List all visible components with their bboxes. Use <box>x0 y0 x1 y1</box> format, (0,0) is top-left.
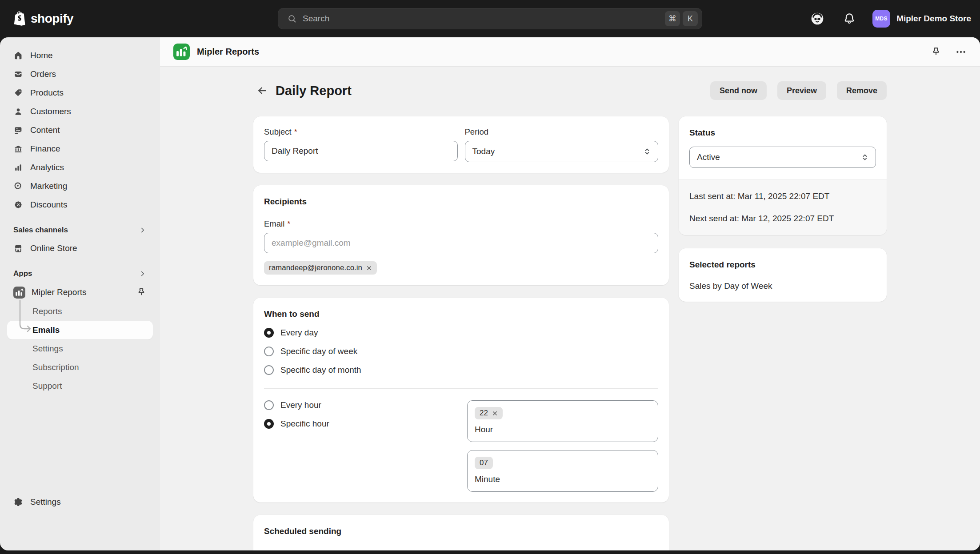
sidebar-label: Content <box>30 125 60 135</box>
products-icon <box>13 88 23 98</box>
bell-icon <box>843 12 856 25</box>
shopify-admin: shopify Search ⌘ K <box>0 0 980 554</box>
remove-button[interactable]: Remove <box>837 81 887 100</box>
mipler-submenu: Reports Emails Settings Subscription Sup… <box>7 302 153 395</box>
app-header-actions <box>930 46 967 58</box>
when-to-send-heading: When to send <box>264 309 658 319</box>
radio-selected-icon[interactable] <box>264 328 274 338</box>
radio-label: Specific hour <box>280 419 329 429</box>
last-sent-text: Last sent at: Mar 11, 2025 22:07 EDT <box>689 191 876 201</box>
back-button[interactable] <box>253 82 271 100</box>
preview-button[interactable]: Preview <box>777 81 826 100</box>
radio-specific-hour[interactable]: Specific hour <box>264 419 467 429</box>
pin-icon[interactable] <box>136 287 147 298</box>
radio-label: Specific day of week <box>280 347 357 356</box>
sidebar-item-mipler-reports[interactable]: Mipler Reports <box>7 283 153 302</box>
status-value: Active <box>697 152 720 162</box>
sidebar-item-customers[interactable]: Customers <box>7 102 153 121</box>
sidebar-item-content[interactable]: Content <box>7 121 153 139</box>
sidebar-label: Settings <box>32 344 63 354</box>
sidebar-label: Reports <box>32 307 62 316</box>
hour-chip-value: 22 <box>480 409 488 418</box>
status-select[interactable]: Active <box>689 147 876 168</box>
hour-field[interactable]: 22 Hour <box>467 400 658 442</box>
marketing-icon <box>13 181 23 191</box>
shopify-logo[interactable]: shopify <box>12 0 73 37</box>
sidebar-label: Support <box>32 381 62 391</box>
mipler-app-icon-green <box>173 44 190 60</box>
topbar-right: MDS Mipler Demo Store <box>808 0 971 37</box>
remove-hour-icon[interactable] <box>492 411 498 416</box>
chevron-right-icon <box>139 270 147 278</box>
sidebar-section-sales-channels[interactable]: Sales channels <box>7 221 153 239</box>
next-send-text: Next send at: Mar 12, 2025 22:07 EDT <box>689 214 876 223</box>
subject-input[interactable] <box>264 141 458 161</box>
sidebar-label: Emails <box>32 325 60 335</box>
store-name: Mipler Demo Store <box>896 14 971 24</box>
store-account-menu[interactable]: MDS Mipler Demo Store <box>872 10 971 28</box>
pin-app-icon[interactable] <box>930 46 942 58</box>
sidebar-item-settings-app[interactable]: Settings <box>7 339 153 358</box>
sidebar-item-support[interactable]: Support <box>7 377 153 395</box>
admin-surface: Home Orders Products Customers Content F… <box>0 37 980 550</box>
sidebar-item-settings[interactable]: Settings <box>7 493 153 511</box>
notifications-button[interactable] <box>840 10 858 28</box>
send-now-button[interactable]: Send now <box>710 81 767 100</box>
select-updown-icon <box>643 147 652 156</box>
sidebar-label: Settings <box>30 497 61 507</box>
sidebar-item-analytics[interactable]: Analytics <box>7 158 153 177</box>
email-chip-label: ramandeep@jeronone.co.in <box>269 263 362 272</box>
select-updown-icon <box>860 153 869 162</box>
sidebar-section-apps[interactable]: Apps <box>7 265 153 283</box>
sidebar-item-subscription[interactable]: Subscription <box>7 358 153 377</box>
radio-icon[interactable] <box>264 400 274 410</box>
home-icon <box>13 51 23 60</box>
remove-chip-icon[interactable] <box>366 265 372 271</box>
sidebar-label: Analytics <box>30 163 64 172</box>
scheduled-sending-heading: Scheduled sending <box>264 526 658 536</box>
radio-every-hour[interactable]: Every hour <box>264 400 467 410</box>
analytics-icon <box>13 163 23 172</box>
sidebar-item-discounts[interactable]: Discounts <box>7 195 153 214</box>
email-input[interactable] <box>264 233 658 253</box>
radio-label: Specific day of month <box>280 365 361 375</box>
sidebar-item-marketing[interactable]: Marketing <box>7 177 153 195</box>
minute-chip: 07 <box>475 457 493 469</box>
more-options-icon[interactable] <box>955 46 967 58</box>
radio-every-day[interactable]: Every day <box>264 328 658 338</box>
sidebar-item-emails[interactable]: Emails <box>7 321 153 339</box>
radio-specific-day-of-month[interactable]: Specific day of month <box>264 365 658 375</box>
sidebar-item-finance[interactable]: Finance <box>7 139 153 158</box>
hour-chip: 22 <box>475 407 503 419</box>
sidebar-item-products[interactable]: Products <box>7 84 153 102</box>
customers-icon <box>13 107 23 116</box>
search-placeholder: Search <box>303 14 662 24</box>
status-footer: Last sent at: Mar 11, 2025 22:07 EDT Nex… <box>679 179 887 235</box>
mipler-app-icon <box>13 287 25 299</box>
finance-icon <box>13 144 23 154</box>
radio-specific-day-of-week[interactable]: Specific day of week <box>264 347 658 356</box>
sidebar-item-reports[interactable]: Reports <box>7 302 153 321</box>
store-avatar: MDS <box>872 10 890 28</box>
period-select[interactable]: Today <box>465 141 659 162</box>
sidekick-face-icon <box>810 12 824 26</box>
radio-label: Every hour <box>280 400 321 410</box>
sidebar-item-online-store[interactable]: Online Store <box>7 239 153 258</box>
status-heading: Status <box>689 128 876 138</box>
sidebar-item-home[interactable]: Home <box>7 46 153 65</box>
when-to-send-card: When to send Every day Specific day of w… <box>253 298 669 502</box>
sidebar-label: Finance <box>30 144 60 154</box>
minute-field[interactable]: 07 Minute <box>467 450 658 492</box>
sidebar-item-orders[interactable]: Orders <box>7 65 153 84</box>
app-title: Mipler Reports <box>197 47 259 57</box>
kbd-k: K <box>683 11 698 26</box>
radio-icon[interactable] <box>264 365 274 375</box>
sidebar-label: Orders <box>30 69 56 79</box>
required-asterisk: * <box>287 219 290 229</box>
radio-icon[interactable] <box>264 347 274 356</box>
sidekick-button[interactable] <box>808 10 826 28</box>
email-chip: ramandeep@jeronone.co.in <box>264 261 377 275</box>
gear-icon <box>13 497 23 507</box>
search-input[interactable]: Search ⌘ K <box>278 8 702 29</box>
radio-selected-icon[interactable] <box>264 419 274 429</box>
